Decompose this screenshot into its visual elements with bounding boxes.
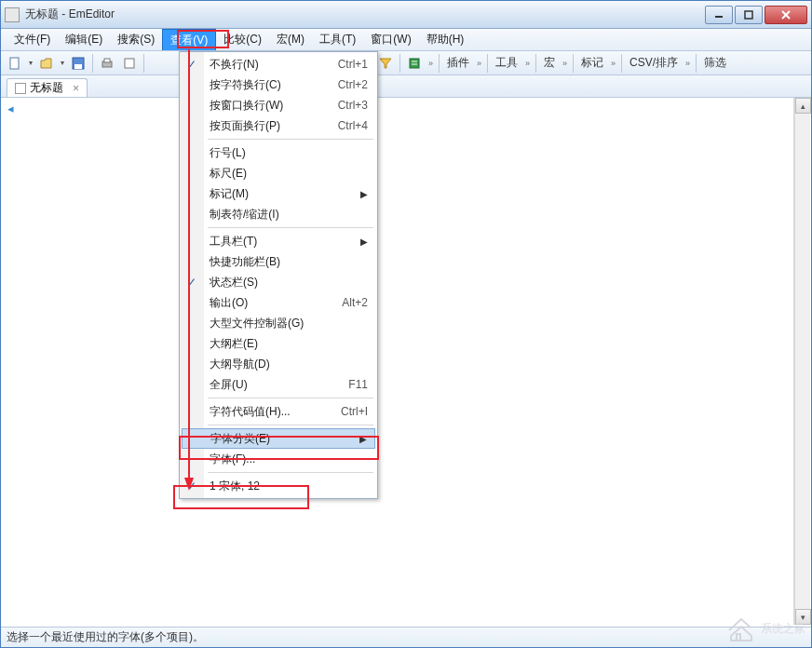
- chevron-icon[interactable]: »: [683, 59, 692, 68]
- toolbar-group-csv[interactable]: CSV/排序: [626, 55, 682, 71]
- save-icon: [72, 57, 85, 70]
- print-preview-button[interactable]: [119, 53, 140, 74]
- menuitem-outline-nav[interactable]: 大纲导航(D): [182, 354, 375, 374]
- svg-rect-8: [104, 59, 110, 62]
- menuitem-font[interactable]: 字体(F)...: [182, 449, 375, 469]
- save-button[interactable]: [68, 53, 88, 74]
- new-file-dropdown[interactable]: ▾: [27, 53, 34, 74]
- menuitem-largefile[interactable]: 大型文件控制器(G): [182, 313, 375, 333]
- open-file-dropdown[interactable]: ▾: [59, 53, 66, 74]
- main-window: 无标题 - EmEditor 文件(F) 编辑(E) 搜索(S) 查看(V) 比…: [0, 0, 812, 648]
- toolbar-group-plugins[interactable]: 插件: [443, 55, 473, 71]
- vertical-scrollbar[interactable]: ▴ ▾: [794, 98, 810, 625]
- status-text: 选择一个最近使用过的字体(多个项目)。: [7, 629, 204, 645]
- menuitem-wrap-page[interactable]: 按页面换行(P)Ctrl+4: [182, 115, 375, 136]
- menu-tools[interactable]: 工具(T): [312, 29, 363, 50]
- tab-close-button[interactable]: ×: [73, 82, 79, 95]
- svg-rect-9: [125, 59, 134, 68]
- toolbar-separator: [573, 54, 574, 73]
- menuitem-tab-indent[interactable]: 制表符/缩进(I): [182, 204, 375, 224]
- submenu-arrow-icon: ▶: [360, 236, 368, 247]
- toolbar-group-macros[interactable]: 宏: [540, 55, 559, 71]
- menuitem-wrap-window[interactable]: 按窗口换行(W)Ctrl+3: [182, 95, 375, 115]
- menu-window[interactable]: 窗口(W): [363, 29, 418, 50]
- toolbar-group-tools[interactable]: 工具: [492, 55, 521, 71]
- print-preview-icon: [123, 57, 136, 70]
- menuitem-ruler[interactable]: 标尺(E): [182, 163, 375, 183]
- menu-separator: [208, 472, 373, 473]
- menu-separator: [208, 227, 373, 228]
- wrap-icon: [408, 57, 421, 70]
- watermark-text: 系统之家: [761, 621, 805, 637]
- menuitem-toolbar[interactable]: 工具栏(T)▶: [182, 231, 375, 251]
- menu-separator: [208, 139, 373, 140]
- menu-file[interactable]: 文件(F): [7, 29, 58, 50]
- menu-macro[interactable]: 宏(M): [269, 29, 312, 50]
- svg-rect-6: [74, 64, 82, 69]
- wrap-button[interactable]: [404, 53, 425, 74]
- document-tab[interactable]: 无标题 ×: [7, 78, 88, 97]
- minimize-icon: [714, 10, 724, 20]
- svg-rect-4: [10, 58, 19, 69]
- chevron-icon[interactable]: »: [561, 59, 569, 68]
- menu-view[interactable]: 查看(V): [162, 29, 216, 50]
- menu-edit[interactable]: 编辑(E): [58, 29, 110, 50]
- editor-area[interactable]: ◂: [2, 98, 794, 625]
- check-icon: ✓: [187, 58, 196, 71]
- menu-separator: [208, 398, 373, 398]
- filter-button[interactable]: [375, 53, 396, 74]
- menuitem-statusbar[interactable]: ✓状态栏(S): [182, 272, 375, 292]
- minimize-button[interactable]: [705, 6, 733, 24]
- menuitem-font-category[interactable]: 字体分类(E)▶: [182, 428, 375, 449]
- toolbar: ▾ ▾ » 插件» 工具» 宏» 标记» CSV/排序» 筛选: [1, 51, 811, 75]
- svg-rect-1: [745, 11, 752, 19]
- toolbar-group-marks[interactable]: 标记: [577, 55, 607, 71]
- eof-marker: ◂: [7, 101, 14, 115]
- submenu-arrow-icon: ▶: [360, 189, 368, 199]
- svg-rect-12: [410, 59, 419, 68]
- tab-label: 无标题: [30, 80, 63, 96]
- toolbar-group-filter[interactable]: 筛选: [700, 55, 730, 71]
- watermark-logo-icon: [727, 615, 755, 641]
- close-icon: [781, 10, 791, 20]
- toolbar-separator: [439, 54, 440, 73]
- chevron-icon[interactable]: »: [609, 59, 617, 68]
- menuitem-no-wrap[interactable]: ✓不换行(N)Ctrl+1: [182, 54, 375, 74]
- menu-separator: [208, 425, 373, 425]
- menuitem-recent-font-1[interactable]: ✓1 宋体, 12: [182, 476, 375, 496]
- menu-compare[interactable]: 比较(C): [216, 29, 269, 50]
- menu-search[interactable]: 搜索(S): [110, 29, 162, 50]
- maximize-icon: [744, 10, 753, 20]
- chevron-icon[interactable]: »: [523, 59, 532, 68]
- menu-help[interactable]: 帮助(H): [419, 29, 472, 50]
- toolbar-overflow[interactable]: »: [426, 59, 435, 68]
- submenu-arrow-icon: ▶: [359, 434, 367, 444]
- new-file-button[interactable]: [5, 53, 25, 74]
- menuitem-line-number[interactable]: 行号(L): [182, 142, 375, 163]
- check-icon: ✓: [187, 276, 196, 289]
- open-file-icon: [40, 57, 53, 70]
- menuitem-quickbar[interactable]: 快捷功能栏(B): [182, 251, 375, 272]
- print-button[interactable]: [97, 53, 117, 74]
- toolbar-separator: [621, 54, 622, 73]
- app-icon: [5, 7, 20, 22]
- menuitem-char-code[interactable]: 字符代码值(H)...Ctrl+I: [182, 401, 375, 422]
- scroll-up-button[interactable]: ▴: [795, 98, 811, 114]
- filter-icon: [379, 57, 392, 70]
- toolbar-separator: [487, 54, 488, 73]
- document-icon: [15, 83, 26, 94]
- menuitem-fullscreen[interactable]: 全屏(U)F11: [182, 374, 375, 395]
- toolbar-separator: [92, 54, 93, 73]
- toolbar-separator: [399, 54, 400, 73]
- menuitem-wrap-char[interactable]: 按字符换行(C)Ctrl+2: [182, 74, 375, 95]
- menubar: 文件(F) 编辑(E) 搜索(S) 查看(V) 比较(C) 宏(M) 工具(T)…: [1, 29, 811, 51]
- menuitem-outline-bar[interactable]: 大纲栏(E): [182, 333, 375, 354]
- open-file-button[interactable]: [36, 53, 57, 74]
- close-button[interactable]: [765, 6, 807, 24]
- toolbar-separator: [535, 54, 536, 73]
- menuitem-output[interactable]: 输出(O)Alt+2: [182, 292, 375, 313]
- menuitem-marks[interactable]: 标记(M)▶: [182, 183, 375, 204]
- chevron-icon[interactable]: »: [475, 59, 483, 68]
- maximize-button[interactable]: [735, 6, 763, 24]
- toolbar-separator: [696, 54, 697, 73]
